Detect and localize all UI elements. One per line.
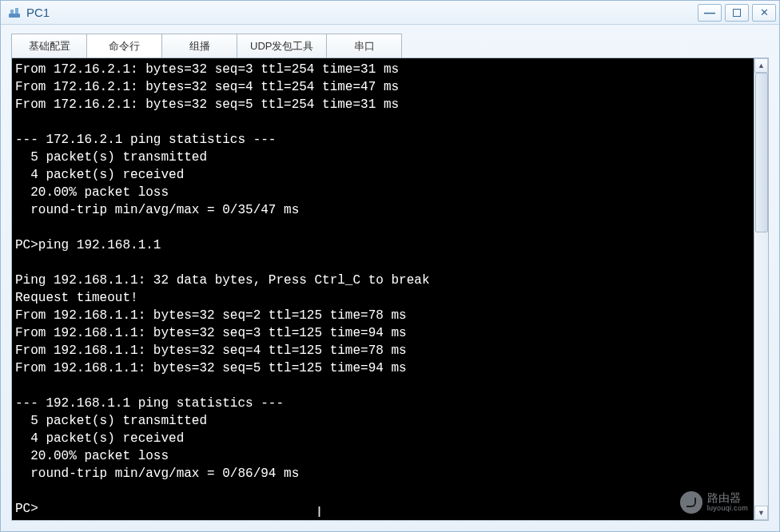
title-bar[interactable]: PC1 — ✕ [1, 1, 779, 25]
scroll-up-arrow[interactable]: ▲ [754, 58, 768, 73]
terminal-panel: From 172.16.2.1: bytes=32 seq=3 ttl=254 … [11, 58, 769, 521]
terminal-output[interactable]: From 172.16.2.1: bytes=32 seq=3 ttl=254 … [12, 58, 754, 520]
window-controls: — ✕ [698, 4, 776, 22]
svg-rect-0 [9, 14, 20, 18]
tab-command-line[interactable]: 命令行 [86, 34, 162, 58]
svg-rect-2 [15, 8, 18, 14]
content-area: 基础配置 命令行 组播 UDP发包工具 串口 From 172.16.2.1: … [1, 25, 779, 531]
tab-bar: 基础配置 命令行 组播 UDP发包工具 串口 [11, 34, 769, 58]
vertical-scrollbar[interactable]: ▲ ▼ [754, 58, 768, 520]
app-window: PC1 — ✕ 基础配置 命令行 组播 UDP发包工具 串口 From 172.… [0, 0, 780, 532]
tab-udp-tool[interactable]: UDP发包工具 [237, 34, 327, 58]
svg-rect-1 [10, 10, 14, 14]
close-icon: ✕ [760, 6, 769, 18]
tab-multicast[interactable]: 组播 [161, 34, 237, 58]
close-button[interactable]: ✕ [752, 4, 776, 22]
tab-basic-config[interactable]: 基础配置 [11, 34, 87, 58]
tab-serial[interactable]: 串口 [326, 34, 402, 58]
maximize-icon [733, 9, 741, 17]
app-icon [7, 6, 22, 20]
minimize-button[interactable]: — [698, 4, 722, 22]
window-title: PC1 [26, 6, 698, 19]
scroll-down-arrow[interactable]: ▼ [754, 506, 768, 520]
maximize-button[interactable] [725, 4, 749, 22]
minimize-icon: — [704, 6, 715, 19]
scroll-thumb[interactable] [755, 73, 768, 232]
